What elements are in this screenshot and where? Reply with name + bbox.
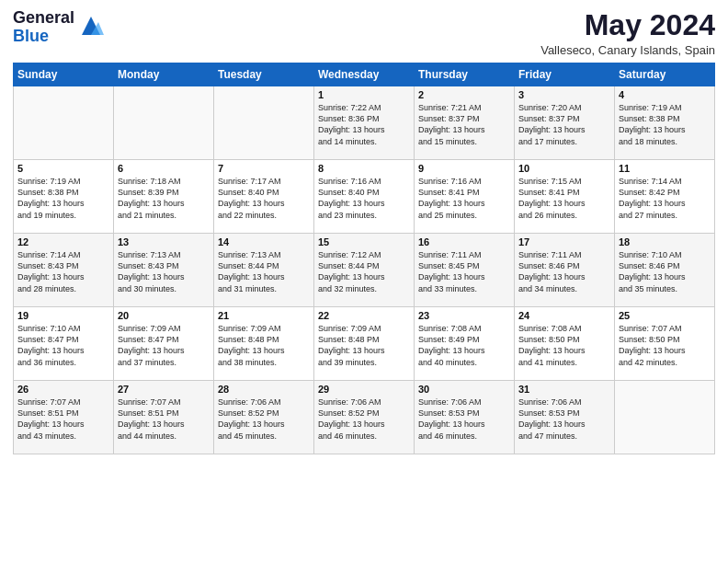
day-info: Sunrise: 7:13 AM Sunset: 8:43 PM Dayligh… [118,249,210,294]
day-number: 17 [518,236,610,247]
day-cell: 9Sunrise: 7:16 AM Sunset: 8:41 PM Daylig… [415,160,515,234]
day-number: 19 [17,310,109,321]
day-info: Sunrise: 7:19 AM Sunset: 8:38 PM Dayligh… [17,176,109,221]
day-cell: 12Sunrise: 7:14 AM Sunset: 8:43 PM Dayli… [14,234,114,307]
day-info: Sunrise: 7:07 AM Sunset: 8:51 PM Dayligh… [118,396,210,442]
day-info: Sunrise: 7:22 AM Sunset: 8:36 PM Dayligh… [318,102,410,147]
day-number: 23 [418,310,510,321]
day-cell: 31Sunrise: 7:06 AM Sunset: 8:53 PM Dayli… [515,381,615,454]
day-cell: 25Sunrise: 7:07 AM Sunset: 8:50 PM Dayli… [615,307,715,381]
day-cell: 6Sunrise: 7:18 AM Sunset: 8:39 PM Daylig… [114,160,214,234]
day-info: Sunrise: 7:06 AM Sunset: 8:53 PM Dayligh… [418,396,510,442]
day-number: 20 [118,310,210,321]
day-cell [615,381,715,454]
calendar-header: SundayMondayTuesdayWednesdayThursdayFrid… [14,63,715,86]
day-info: Sunrise: 7:06 AM Sunset: 8:52 PM Dayligh… [218,396,310,442]
week-row-4: 19Sunrise: 7:10 AM Sunset: 8:47 PM Dayli… [14,307,715,381]
week-row-5: 26Sunrise: 7:07 AM Sunset: 8:51 PM Dayli… [14,381,715,454]
day-number: 6 [118,163,210,174]
day-cell: 10Sunrise: 7:15 AM Sunset: 8:41 PM Dayli… [515,160,615,234]
day-number: 26 [17,384,109,395]
day-info: Sunrise: 7:13 AM Sunset: 8:44 PM Dayligh… [218,249,310,294]
col-header-friday: Friday [515,63,615,86]
day-number: 2 [418,89,510,100]
day-cell [214,86,314,160]
day-number: 24 [518,310,610,321]
day-cell [114,86,214,160]
week-row-1: 1Sunrise: 7:22 AM Sunset: 8:36 PM Daylig… [14,86,715,160]
day-info: Sunrise: 7:18 AM Sunset: 8:39 PM Dayligh… [118,176,210,221]
day-info: Sunrise: 7:11 AM Sunset: 8:45 PM Dayligh… [418,249,510,294]
day-info: Sunrise: 7:06 AM Sunset: 8:53 PM Dayligh… [518,396,610,442]
logo: General Blue [13,9,104,46]
day-cell: 22Sunrise: 7:09 AM Sunset: 8:48 PM Dayli… [314,307,415,381]
day-cell: 20Sunrise: 7:09 AM Sunset: 8:47 PM Dayli… [114,307,214,381]
day-cell: 7Sunrise: 7:17 AM Sunset: 8:40 PM Daylig… [214,160,314,234]
page: General Blue May 2024 Valleseco, Canary … [0,0,728,563]
day-number: 31 [518,384,610,395]
day-info: Sunrise: 7:07 AM Sunset: 8:50 PM Dayligh… [619,323,711,368]
col-header-saturday: Saturday [615,63,715,86]
day-cell: 5Sunrise: 7:19 AM Sunset: 8:38 PM Daylig… [14,160,114,234]
day-info: Sunrise: 7:14 AM Sunset: 8:42 PM Dayligh… [619,176,711,221]
day-info: Sunrise: 7:08 AM Sunset: 8:50 PM Dayligh… [518,323,610,368]
day-cell: 24Sunrise: 7:08 AM Sunset: 8:50 PM Dayli… [515,307,615,381]
day-info: Sunrise: 7:12 AM Sunset: 8:44 PM Dayligh… [318,249,410,294]
day-number: 8 [318,163,410,174]
logo-text: General Blue [13,9,74,46]
day-number: 30 [418,384,510,395]
day-number: 13 [118,236,210,247]
day-number: 7 [218,163,310,174]
day-info: Sunrise: 7:21 AM Sunset: 8:37 PM Dayligh… [418,102,510,147]
col-header-monday: Monday [114,63,214,86]
month-year: May 2024 [540,9,715,41]
calendar-body: 1Sunrise: 7:22 AM Sunset: 8:36 PM Daylig… [14,86,715,454]
day-number: 28 [218,384,310,395]
col-header-sunday: Sunday [14,63,114,86]
day-cell: 15Sunrise: 7:12 AM Sunset: 8:44 PM Dayli… [314,234,415,307]
day-number: 25 [619,310,711,321]
day-info: Sunrise: 7:10 AM Sunset: 8:46 PM Dayligh… [619,249,711,294]
day-cell: 14Sunrise: 7:13 AM Sunset: 8:44 PM Dayli… [214,234,314,307]
day-number: 29 [318,384,410,395]
day-info: Sunrise: 7:10 AM Sunset: 8:47 PM Dayligh… [17,323,109,368]
col-header-thursday: Thursday [415,63,515,86]
day-cell: 18Sunrise: 7:10 AM Sunset: 8:46 PM Dayli… [615,234,715,307]
day-number: 27 [118,384,210,395]
day-info: Sunrise: 7:17 AM Sunset: 8:40 PM Dayligh… [218,176,310,221]
day-number: 1 [318,89,410,100]
location: Valleseco, Canary Islands, Spain [540,43,715,57]
day-cell [14,86,114,160]
title-block: May 2024 Valleseco, Canary Islands, Spai… [540,9,715,57]
day-info: Sunrise: 7:14 AM Sunset: 8:43 PM Dayligh… [17,249,109,294]
day-cell: 27Sunrise: 7:07 AM Sunset: 8:51 PM Dayli… [114,381,214,454]
header: General Blue May 2024 Valleseco, Canary … [13,9,715,57]
day-cell: 28Sunrise: 7:06 AM Sunset: 8:52 PM Dayli… [214,381,314,454]
day-cell: 13Sunrise: 7:13 AM Sunset: 8:43 PM Dayli… [114,234,214,307]
day-cell: 8Sunrise: 7:16 AM Sunset: 8:40 PM Daylig… [314,160,415,234]
day-info: Sunrise: 7:16 AM Sunset: 8:41 PM Dayligh… [418,176,510,221]
day-info: Sunrise: 7:06 AM Sunset: 8:52 PM Dayligh… [318,396,410,442]
day-cell: 19Sunrise: 7:10 AM Sunset: 8:47 PM Dayli… [14,307,114,381]
week-row-2: 5Sunrise: 7:19 AM Sunset: 8:38 PM Daylig… [14,160,715,234]
day-info: Sunrise: 7:20 AM Sunset: 8:37 PM Dayligh… [518,102,610,147]
day-info: Sunrise: 7:09 AM Sunset: 8:47 PM Dayligh… [118,323,210,368]
day-number: 14 [218,236,310,247]
day-cell: 2Sunrise: 7:21 AM Sunset: 8:37 PM Daylig… [415,86,515,160]
col-header-tuesday: Tuesday [214,63,314,86]
day-cell: 29Sunrise: 7:06 AM Sunset: 8:52 PM Dayli… [314,381,415,454]
logo-blue: Blue [13,28,74,46]
day-info: Sunrise: 7:11 AM Sunset: 8:46 PM Dayligh… [518,249,610,294]
day-cell: 1Sunrise: 7:22 AM Sunset: 8:36 PM Daylig… [314,86,415,160]
logo-general: General [13,9,74,28]
day-number: 11 [619,163,711,174]
day-cell: 3Sunrise: 7:20 AM Sunset: 8:37 PM Daylig… [515,86,615,160]
day-info: Sunrise: 7:15 AM Sunset: 8:41 PM Dayligh… [518,176,610,221]
day-cell: 16Sunrise: 7:11 AM Sunset: 8:45 PM Dayli… [415,234,515,307]
day-info: Sunrise: 7:19 AM Sunset: 8:38 PM Dayligh… [619,102,711,147]
day-number: 4 [619,89,711,100]
day-info: Sunrise: 7:07 AM Sunset: 8:51 PM Dayligh… [17,396,109,442]
day-cell: 11Sunrise: 7:14 AM Sunset: 8:42 PM Dayli… [615,160,715,234]
day-number: 22 [318,310,410,321]
day-cell: 23Sunrise: 7:08 AM Sunset: 8:49 PM Dayli… [415,307,515,381]
